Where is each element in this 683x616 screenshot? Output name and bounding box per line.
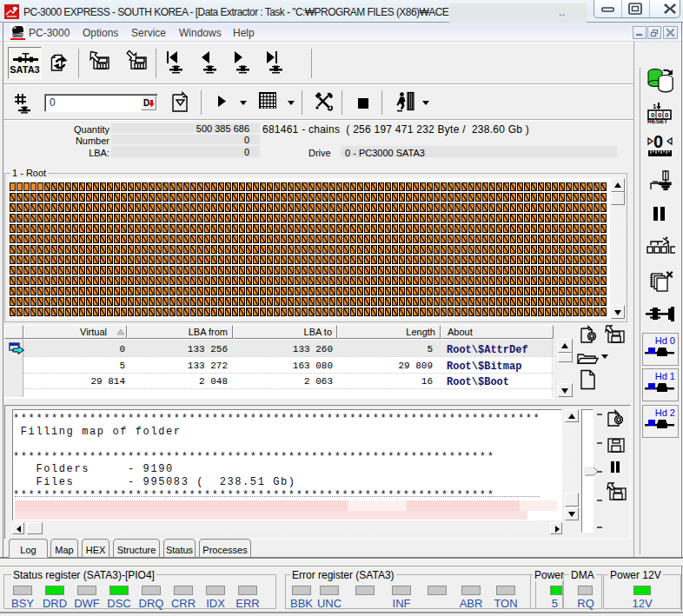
svg-text:1: 1 [653, 103, 657, 110]
svg-text:RESET: RESET [647, 118, 668, 123]
svg-text:0: 0 [653, 133, 663, 151]
svg-text:D: D [143, 98, 149, 108]
